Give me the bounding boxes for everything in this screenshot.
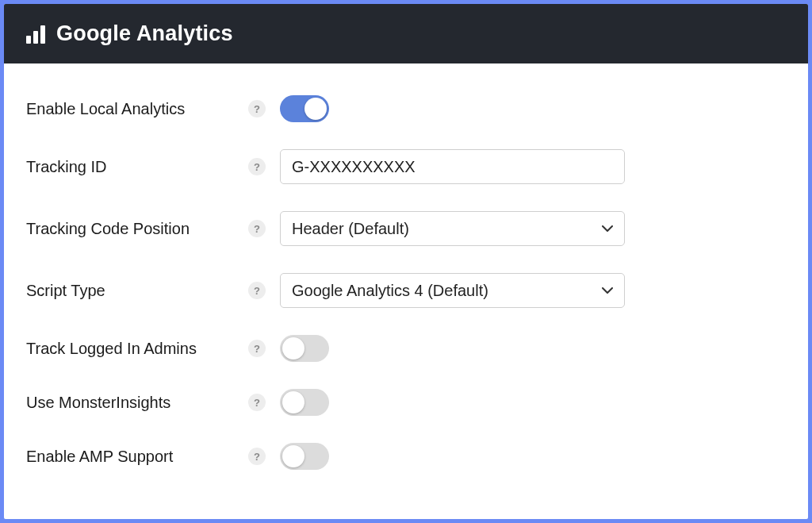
label-tracking-code-position: Tracking Code Position xyxy=(26,220,248,238)
settings-panel-frame: Google Analytics Enable Local Analytics … xyxy=(4,4,808,519)
chevron-down-icon xyxy=(602,285,613,296)
row-tracking-id: Tracking ID ? xyxy=(26,149,786,184)
row-enable-amp-support: Enable AMP Support ? xyxy=(26,443,786,470)
chevron-down-icon xyxy=(602,223,613,234)
help-icon[interactable]: ? xyxy=(248,100,266,117)
label-tracking-id: Tracking ID xyxy=(26,158,248,176)
page-title: Google Analytics xyxy=(56,21,233,46)
label-use-monsterinsights: Use MonsterInsights xyxy=(26,394,248,412)
google-analytics-panel: Google Analytics Enable Local Analytics … xyxy=(4,4,808,519)
toggle-use-monsterinsights[interactable] xyxy=(280,389,329,416)
bar-chart-icon xyxy=(26,25,45,44)
select-value: Header (Default) xyxy=(292,220,409,238)
label-enable-amp-support: Enable AMP Support xyxy=(26,448,248,466)
panel-header: Google Analytics xyxy=(4,4,808,63)
help-icon[interactable]: ? xyxy=(248,340,266,357)
toggle-enable-local-analytics[interactable] xyxy=(280,95,329,122)
row-track-logged-in-admins: Track Logged In Admins ? xyxy=(26,335,786,362)
toggle-knob xyxy=(282,337,304,360)
row-script-type: Script Type ? Google Analytics 4 (Defaul… xyxy=(26,273,786,308)
help-icon[interactable]: ? xyxy=(248,158,266,175)
tracking-id-input[interactable] xyxy=(280,149,625,184)
toggle-knob xyxy=(282,445,304,467)
toggle-enable-amp-support[interactable] xyxy=(280,443,329,470)
row-tracking-code-position: Tracking Code Position ? Header (Default… xyxy=(26,211,786,246)
tracking-code-position-select[interactable]: Header (Default) xyxy=(280,211,625,246)
toggle-knob xyxy=(304,98,327,120)
toggle-knob xyxy=(282,391,304,413)
label-enable-local-analytics: Enable Local Analytics xyxy=(26,100,248,118)
select-value: Google Analytics 4 (Default) xyxy=(292,282,488,300)
label-script-type: Script Type xyxy=(26,282,248,300)
row-enable-local-analytics: Enable Local Analytics ? xyxy=(26,95,786,122)
help-icon[interactable]: ? xyxy=(248,282,266,299)
row-use-monsterinsights: Use MonsterInsights ? xyxy=(26,389,786,416)
toggle-track-logged-in-admins[interactable] xyxy=(280,335,329,362)
panel-body: Enable Local Analytics ? Tracking ID ? T… xyxy=(4,63,808,486)
label-track-logged-in-admins: Track Logged In Admins xyxy=(26,340,248,358)
help-icon[interactable]: ? xyxy=(248,448,266,465)
help-icon[interactable]: ? xyxy=(248,220,266,237)
help-icon[interactable]: ? xyxy=(248,394,266,411)
script-type-select[interactable]: Google Analytics 4 (Default) xyxy=(280,273,625,308)
